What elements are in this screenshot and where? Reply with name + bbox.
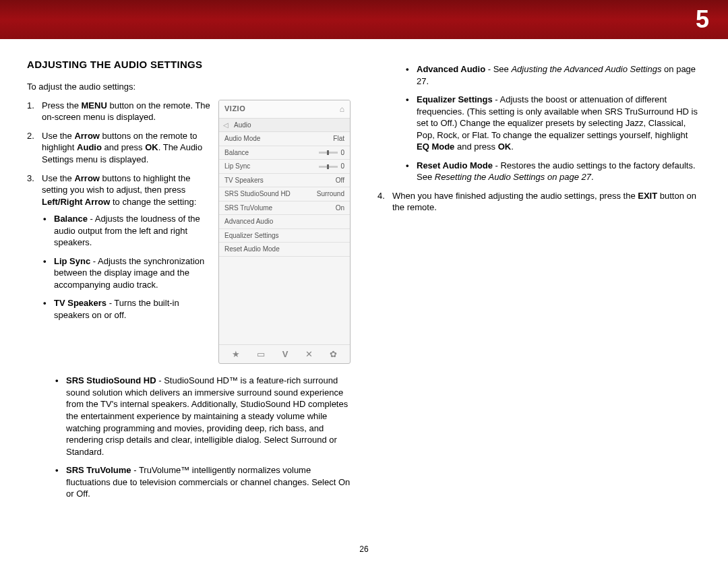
bold: EXIT [638,191,657,201]
bold: OK [498,142,512,152]
slider-track [319,166,338,168]
steps-list: Press the MENU button on the remote. The… [27,100,351,321]
bullet-srs-studiosound: SRS StudioSound HD - StudioSound HD™ is … [54,375,351,458]
term: TV Speakers [54,298,107,308]
bullet-tvspeakers: TV Speakers - Turns the built-in speaker… [42,297,351,321]
desc: - StudioSound HD™ is a feature-rich surr… [66,375,348,456]
text: . [511,142,514,152]
text: Press the [42,100,82,111]
settings-bullets: Balance - Adjusts the loudness of the au… [42,213,351,321]
right-column: Advanced Audio - See Adjusting the Advan… [377,58,701,507]
bold: Arrow [74,131,100,141]
italic-ref: Resetting the Audio Settings on page 27 [435,172,591,182]
steps-list-right: When you have finished adjusting the aud… [377,190,701,214]
bullet-reset-audio: Reset Audio Mode - Restores the audio se… [404,160,701,183]
step-3: Use the Arrow buttons to highlight the s… [27,173,351,321]
intro-text: To adjust the audio settings: [27,81,351,93]
bullet-balance: Balance - Adjusts the loudness of the au… [42,213,351,249]
left-column: ADJUSTING THE AUDIO SETTINGS To adjust t… [27,58,351,507]
bullet-advanced-audio: Advanced Audio - See Adjusting the Advan… [404,63,701,87]
star-icon: ★ [232,348,240,361]
step-1: Press the MENU button on the remote. The… [27,100,351,123]
bullet-equalizer: Equalizer Settings - Adjusts the boost o… [404,94,701,153]
term: SRS StudioSound HD [66,375,156,385]
bold: OK [145,142,158,152]
gear-icon: ✿ [330,348,337,361]
page-number: 26 [0,544,728,554]
text: When you have finished adjusting the aud… [392,191,638,201]
chapter-number: 5 [696,5,709,34]
chapter-header: 5 [0,0,728,39]
term: Equalizer Settings [417,94,493,104]
text: . [591,172,594,182]
settings-bullets-continued: SRS StudioSound HD - StudioSound HD™ is … [27,375,351,499]
v-icon: V [282,348,289,361]
text: and press [454,142,497,152]
term: Lip Sync [54,256,90,266]
bold: Left/Right Arrow [42,197,110,207]
bold: Audio [77,142,102,152]
close-icon: ✕ [305,348,313,361]
bold: EQ Mode [417,142,454,152]
text: - See [485,64,511,74]
step-2: Use the Arrow buttons on the remote to h… [27,130,351,166]
settings-bullets-right: Advanced Audio - See Adjusting the Advan… [377,63,701,183]
step-4: When you have finished adjusting the aud… [377,190,701,214]
italic-ref: Adjusting the Advanced Audio Settings [511,64,661,74]
bullet-lipsync: Lip Sync - Adjusts the syn­chronization … [42,255,351,291]
section-heading: ADJUSTING THE AUDIO SETTINGS [27,58,351,71]
page-content: ADJUSTING THE AUDIO SETTINGS To adjust t… [0,39,728,507]
bold: Arrow [74,173,100,183]
text: Use the [42,173,74,183]
text: to change the setting: [110,197,196,207]
menu-footer: ★ ▭ V ✕ ✿ [219,344,350,364]
term: Balance [54,214,88,224]
text: and press [102,142,145,152]
menu-bold: MENU [82,100,107,111]
tv-icon: ▭ [257,348,265,361]
term: SRS TruVolume [66,465,131,475]
term: Advanced Audio [417,64,485,74]
text: Use the [42,131,74,141]
bullet-srs-truvolume: SRS TruVolume - TruVolume™ intelligently… [54,464,351,500]
term: Reset Audio Mode [417,160,493,170]
